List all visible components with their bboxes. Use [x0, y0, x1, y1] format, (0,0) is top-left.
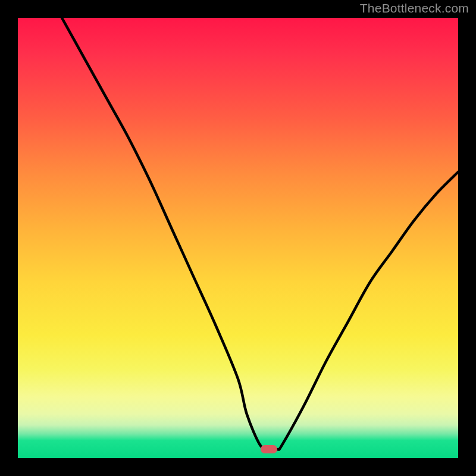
curve-path — [62, 18, 458, 450]
chart-plot-area — [18, 18, 458, 458]
bottleneck-curve — [18, 18, 458, 458]
optimum-marker — [261, 445, 277, 453]
attribution-label: TheBottleneck.com — [360, 1, 469, 15]
